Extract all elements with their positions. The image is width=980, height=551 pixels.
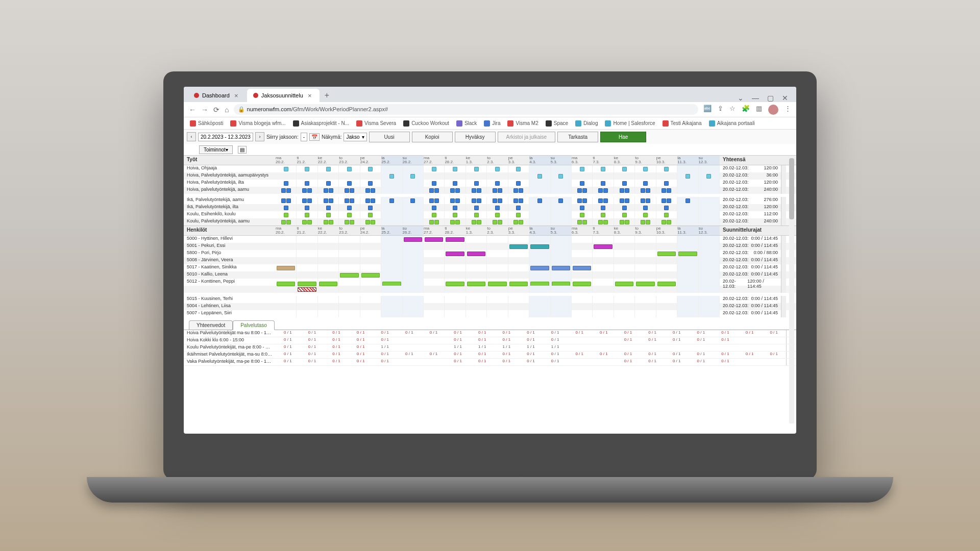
grid-cell[interactable]	[677, 264, 698, 271]
grid-cell[interactable]	[677, 218, 698, 226]
grid-cell[interactable]	[656, 218, 677, 226]
grid-cell[interactable]	[656, 257, 677, 264]
bookmark-item[interactable]: Jira	[484, 120, 500, 127]
grid-cell[interactable]	[551, 197, 572, 204]
bookmark-item[interactable]: Dialog	[575, 120, 598, 127]
grid-cell[interactable]	[424, 218, 445, 226]
shift-block[interactable]	[519, 220, 523, 224]
shift-block[interactable]	[329, 188, 333, 193]
shift-block[interactable]	[641, 198, 645, 203]
shift-block[interactable]	[326, 213, 331, 217]
shift-block[interactable]	[326, 167, 331, 171]
grid-cell[interactable]	[529, 180, 550, 187]
grid-cell[interactable]	[529, 250, 550, 257]
browser-tab[interactable]: Jaksosuunnittelu×	[247, 89, 320, 102]
shift-block[interactable]	[450, 198, 455, 203]
grid-cell[interactable]	[551, 204, 572, 211]
shift-block[interactable]	[350, 220, 354, 224]
grid-cell[interactable]	[445, 165, 465, 172]
shift-block[interactable]	[495, 167, 500, 171]
shift-block[interactable]	[516, 213, 521, 217]
shift-block[interactable]	[601, 206, 605, 210]
grid-cell[interactable]	[487, 180, 508, 187]
grid-cell[interactable]	[508, 180, 529, 187]
grid-cell[interactable]	[276, 286, 297, 293]
view-toggle-icon[interactable]: ▤	[238, 146, 247, 154]
grid-cell[interactable]	[297, 187, 317, 194]
new-button[interactable]: Uusi	[369, 132, 410, 142]
grid-cell[interactable]	[551, 264, 572, 271]
shift-block[interactable]	[498, 220, 502, 224]
shift-block[interactable]	[646, 220, 650, 224]
event-block[interactable]	[425, 237, 443, 242]
chevron-down-icon[interactable]: ⌄	[738, 94, 744, 102]
event-block[interactable]	[509, 244, 528, 249]
shift-block[interactable]	[495, 181, 500, 186]
grid-cell[interactable]	[297, 211, 317, 218]
shift-block[interactable]	[537, 174, 542, 179]
bookmark-item[interactable]: Cuckoo Workout	[403, 120, 449, 127]
next-period-button[interactable]: ›	[255, 132, 264, 141]
grid-cell[interactable]	[339, 180, 360, 187]
shift-block[interactable]	[580, 206, 584, 210]
grid-cell[interactable]	[276, 197, 297, 204]
grid-cell[interactable]	[529, 310, 550, 317]
grid-cell[interactable]	[699, 236, 720, 243]
grid-cell[interactable]	[529, 271, 550, 279]
grid-cell[interactable]	[614, 218, 635, 226]
grid-cell[interactable]	[699, 257, 720, 264]
grid-cell[interactable]	[381, 197, 402, 204]
grid-cell[interactable]	[572, 264, 593, 271]
shift-block[interactable]	[345, 188, 349, 193]
grid-cell[interactable]	[508, 271, 529, 279]
approve-button[interactable]: Hyväksy	[455, 132, 496, 142]
grid-cell[interactable]	[466, 204, 487, 211]
menu-icon[interactable]: ⋮	[785, 105, 791, 115]
grid-cell[interactable]	[360, 204, 381, 211]
shift-block[interactable]	[302, 198, 307, 203]
grid-cell[interactable]	[339, 243, 360, 250]
grid-cell[interactable]	[529, 197, 550, 204]
grid-cell[interactable]	[572, 243, 593, 250]
shift-block[interactable]	[368, 167, 373, 171]
grid-cell[interactable]	[466, 303, 487, 310]
shift-block[interactable]	[622, 213, 627, 217]
grid-cell[interactable]	[508, 172, 529, 180]
grid-cell[interactable]	[339, 236, 360, 243]
grid-cell[interactable]	[656, 172, 677, 180]
grid-cell[interactable]	[614, 250, 635, 257]
grid-cell[interactable]	[276, 243, 297, 250]
shift-block[interactable]	[389, 174, 394, 179]
grid-cell[interactable]	[572, 211, 593, 218]
grid-cell[interactable]	[381, 250, 402, 257]
grid-cell[interactable]	[614, 310, 635, 317]
prev-period-button[interactable]: ‹	[187, 132, 196, 141]
grid-cell[interactable]	[276, 165, 297, 172]
grid-cell[interactable]	[656, 303, 677, 310]
grid-cell[interactable]	[276, 250, 297, 257]
grid-cell[interactable]	[424, 236, 445, 243]
shift-block[interactable]	[662, 188, 666, 193]
grid-cell[interactable]	[508, 204, 529, 211]
grid-cell[interactable]	[677, 271, 698, 279]
grid-cell[interactable]	[529, 296, 550, 303]
shift-block[interactable]	[582, 220, 587, 224]
grid-cell[interactable]	[529, 204, 550, 211]
grid-cell[interactable]	[424, 211, 445, 218]
shift-block[interactable]	[582, 188, 587, 193]
grid-cell[interactable]	[424, 257, 445, 264]
grid-cell[interactable]	[276, 271, 297, 279]
grid-cell[interactable]	[551, 257, 572, 264]
actions-dropdown[interactable]: Toiminnot▾	[199, 145, 233, 154]
shift-block[interactable]	[305, 167, 309, 171]
grid-cell[interactable]	[635, 303, 656, 310]
grid-cell[interactable]	[593, 204, 614, 211]
grid-cell[interactable]	[487, 236, 508, 243]
grid-cell[interactable]	[381, 303, 402, 310]
grid-cell[interactable]	[318, 236, 339, 243]
grid-cell[interactable]	[339, 250, 360, 257]
shift-block[interactable]	[582, 198, 587, 203]
event-block[interactable]	[446, 237, 464, 242]
grid-cell[interactable]	[635, 250, 656, 257]
grid-cell[interactable]	[593, 218, 614, 226]
